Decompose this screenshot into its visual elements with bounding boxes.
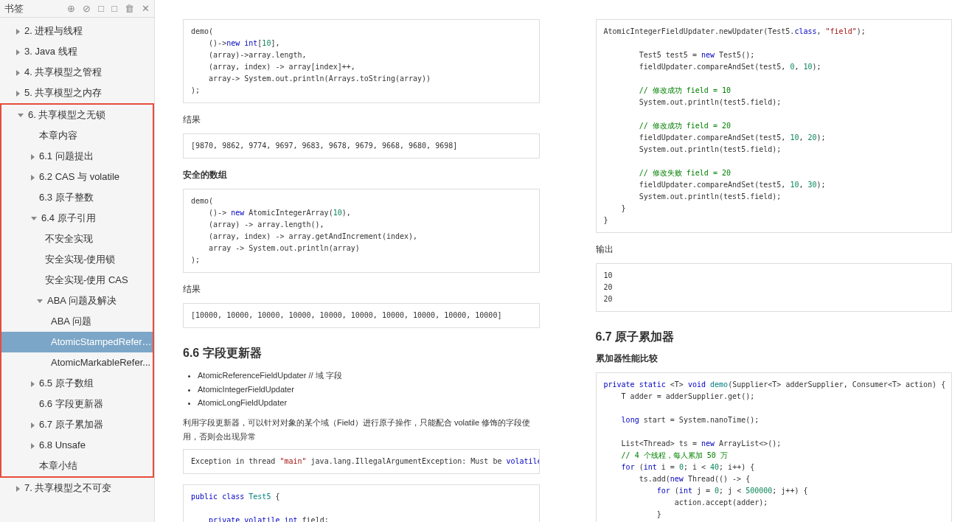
bookmark-label: 3. Java 线程: [24, 46, 77, 57]
bookmark-item[interactable]: ABA 问题: [1, 311, 153, 332]
tool-remove-icon[interactable]: ⊘: [83, 3, 91, 14]
list-item: AtomicIntegerFieldUpdater: [198, 383, 540, 397]
output-block: 10 20 20: [596, 263, 953, 312]
bookmark-label: 本章小结: [39, 460, 77, 471]
bookmark-item[interactable]: 不安全实现: [1, 229, 153, 249]
bookmark-label: 6.8 Unsafe: [39, 439, 86, 450]
bookmark-item[interactable]: AtomicMarkableRefer...: [1, 352, 153, 373]
bookmark-item[interactable]: 6.2 CAS 与 volatile: [1, 167, 153, 187]
bookmark-item[interactable]: 7. 共享模型之不可变: [0, 478, 154, 498]
bookmark-label: ABA 问题及解决: [47, 295, 117, 306]
expand-icon[interactable]: [16, 49, 20, 55]
list-item: AtomicLongFieldUpdater: [198, 396, 540, 410]
result-label-1: 结果: [183, 114, 540, 126]
bookmark-label: 6.2 CAS 与 volatile: [39, 171, 119, 182]
bookmark-label: 4. 共享模型之管程: [24, 66, 102, 77]
expand-icon[interactable]: [31, 154, 35, 160]
bookmark-label: 6.4 原子引用: [41, 212, 96, 223]
bookmark-label: 6.1 问题提出: [39, 150, 94, 161]
expand-icon[interactable]: [18, 114, 24, 117]
bookmark-item[interactable]: 6.1 问题提出: [1, 146, 153, 167]
expand-icon[interactable]: [16, 29, 20, 35]
document-content: demo( ()->new int[10], (array)->array.le…: [155, 0, 980, 522]
tool-close-icon[interactable]: ✕: [142, 3, 150, 14]
tool-add-icon[interactable]: ⊕: [67, 3, 75, 14]
result-output-1: [9870, 9862, 9774, 9697, 9683, 9678, 967…: [183, 133, 540, 159]
bookmark-item[interactable]: 6.6 字段更新器: [1, 394, 153, 414]
expand-icon[interactable]: [16, 486, 20, 492]
bookmark-label: 6.5 原子数组: [39, 377, 94, 389]
field-updater-para: 利用字段更新器，可以针对对象的某个域（Field）进行原子操作，只能配合 vol…: [183, 416, 540, 443]
field-updater-list: AtomicReferenceFieldUpdater // 域 字段 Atom…: [183, 369, 540, 410]
safe-array-heading: 安全的数组: [183, 169, 540, 181]
expand-icon[interactable]: [16, 70, 20, 76]
bookmark-label: AtomicStampedRefere...: [51, 336, 153, 347]
code-test5-class: public class Test5 { private volatile in…: [183, 484, 540, 522]
bookmarks-sidebar: 书签 ⊕ ⊘ □ □ 🗑 ✕ 2. 进程与线程3. Java 线程4. 共享模型…: [0, 0, 155, 522]
bookmark-item[interactable]: 4. 共享模型之管程: [0, 62, 154, 83]
expand-icon[interactable]: [31, 381, 35, 387]
bookmark-item[interactable]: 6.4 原子引用: [1, 208, 153, 229]
sidebar-header: 书签 ⊕ ⊘ □ □ 🗑 ✕: [0, 0, 154, 18]
bookmark-item[interactable]: 6.8 Unsafe: [1, 435, 153, 456]
bookmark-item[interactable]: 6.3 原子整数: [1, 187, 153, 208]
page-left: demo( ()->new int[10], (array)->array.le…: [162, 0, 560, 522]
code-field-updater-usage: AtomicIntegerFieldUpdater.newUpdater(Tes…: [596, 19, 953, 233]
exception-output: Exception in thread "main" java.lang.Ill…: [183, 449, 540, 474]
bookmark-item[interactable]: 安全实现-使用 CAS: [1, 270, 153, 290]
bookmark-label: 安全实现-使用锁: [45, 254, 115, 265]
bookmark-item[interactable]: 本章内容: [1, 125, 153, 146]
tool-collapse-icon[interactable]: □: [111, 3, 117, 14]
bookmark-label: 6.6 字段更新器: [39, 398, 103, 409]
bookmark-item[interactable]: 5. 共享模型之内存: [0, 83, 154, 103]
section-6-7-heading: 6.7 原子累加器: [596, 330, 953, 345]
bookmark-item[interactable]: ABA 问题及解决: [1, 290, 153, 311]
expand-icon[interactable]: [37, 299, 43, 303]
bookmark-tree: 2. 进程与线程3. Java 线程4. 共享模型之管程5. 共享模型之内存6.…: [0, 18, 154, 498]
page-right: AtomicIntegerFieldUpdater.newUpdater(Tes…: [575, 0, 973, 522]
bookmark-item[interactable]: 6.5 原子数组: [1, 373, 153, 394]
expand-icon[interactable]: [31, 217, 37, 220]
bookmark-label: ABA 问题: [51, 316, 91, 327]
bookmark-label: 不安全实现: [45, 233, 93, 244]
bookmark-item[interactable]: 6. 共享模型之无锁: [1, 105, 153, 125]
result-output-2: [10000, 10000, 10000, 10000, 10000, 1000…: [183, 303, 540, 328]
bookmark-item[interactable]: 2. 进程与线程: [0, 21, 154, 41]
bookmark-label: AtomicMarkableRefer...: [51, 357, 150, 368]
expand-icon[interactable]: [31, 443, 35, 449]
bookmark-label: 6.3 原子整数: [39, 192, 94, 203]
bookmark-label: 2. 进程与线程: [24, 25, 83, 36]
result-label-2: 结果: [183, 283, 540, 296]
bookmark-label: 安全实现-使用 CAS: [45, 274, 128, 285]
bookmark-label: 6.7 原子累加器: [39, 419, 103, 430]
section-6-6-heading: 6.6 字段更新器: [183, 346, 540, 361]
adder-perf-heading: 累加器性能比较: [596, 352, 953, 365]
tool-expand-icon[interactable]: □: [98, 3, 104, 14]
expand-icon[interactable]: [31, 422, 35, 428]
bookmark-item[interactable]: 安全实现-使用锁: [1, 249, 153, 270]
bookmark-label: 本章内容: [39, 130, 77, 141]
bookmark-item[interactable]: 6.7 原子累加器: [1, 414, 153, 435]
bookmark-item[interactable]: 本章小结: [1, 456, 153, 476]
expand-icon[interactable]: [16, 91, 20, 97]
bookmark-label: 7. 共享模型之不可变: [24, 482, 111, 493]
code-adder-demo: private static <T> void demo(Supplier<T>…: [596, 372, 953, 522]
expand-icon[interactable]: [31, 175, 35, 181]
bookmark-label: 5. 共享模型之内存: [24, 87, 102, 98]
output-label: 输出: [596, 243, 953, 256]
code-demo-unsafe-array: demo( ()->new int[10], (array)->array.le…: [183, 19, 540, 103]
bookmark-item[interactable]: 3. Java 线程: [0, 41, 154, 62]
tool-delete-icon[interactable]: 🗑: [125, 3, 134, 14]
sidebar-title: 书签: [4, 2, 24, 15]
list-item: AtomicReferenceFieldUpdater // 域 字段: [198, 369, 540, 383]
sidebar-tools: ⊕ ⊘ □ □ 🗑 ✕: [67, 3, 150, 14]
bookmark-item[interactable]: AtomicStampedRefere...: [1, 332, 153, 352]
code-demo-safe-array: demo( ()-> new AtomicIntegerArray(10), (…: [183, 189, 540, 273]
bookmark-label: 6. 共享模型之无锁: [28, 109, 105, 120]
